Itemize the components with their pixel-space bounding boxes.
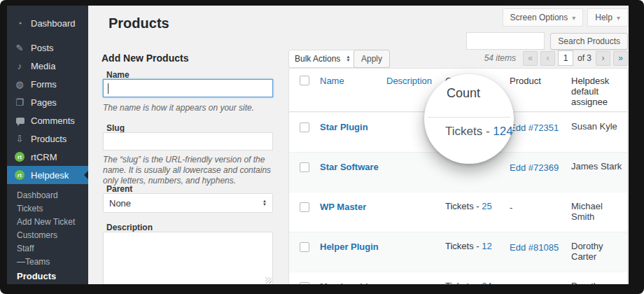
product-name-link[interactable]: Helper Plugin [320, 241, 386, 253]
submenu-item-add-new-ticket[interactable]: Add New Ticket [7, 216, 88, 229]
sidebar-item-dashboard[interactable]: ◔ Dashboard [7, 14, 88, 32]
count-cell: Tickets - 34 [445, 281, 510, 284]
prev-page-button[interactable]: ‹ [540, 51, 555, 66]
sidebar-item-label: Comments [31, 115, 75, 126]
product-cell: Edd #72351 [510, 121, 571, 134]
sidebar-item-forms[interactable]: ◍ Forms [7, 75, 88, 93]
row-checkbox[interactable] [300, 282, 309, 284]
add-new-products-heading-wrap: Add New Products [102, 52, 276, 64]
last-page-button[interactable]: » [613, 51, 628, 66]
name-field[interactable] [103, 79, 273, 97]
bulk-actions-select[interactable]: Bulk Actions ▲▼ [288, 50, 356, 68]
rtcrm-badge-icon: rt [14, 152, 25, 162]
slug-field[interactable] [103, 132, 273, 150]
magnified-ticket-count: Tickets - 124 [445, 125, 513, 139]
comments-icon [14, 115, 25, 126]
description-textarea[interactable] [103, 232, 273, 284]
tickets-count-link[interactable]: 34 [482, 281, 491, 284]
select-arrows-icon: ▲▼ [346, 55, 350, 62]
submenu-item-staff[interactable]: Staff [7, 242, 88, 255]
product-cell: - [510, 201, 571, 214]
next-page-button[interactable]: › [596, 51, 610, 66]
name-help-text: The name is how it appears on your site. [103, 103, 279, 113]
assignee-cell: Dorothy Carter [571, 281, 627, 284]
tickets-count-link[interactable]: 12 [482, 241, 491, 251]
submenu-item-dashboard[interactable]: Dashboard [7, 189, 88, 202]
sidebar-item-products[interactable]: ⇩ Products [7, 130, 88, 148]
screen-options-button[interactable]: Screen Options ▾ [503, 8, 584, 27]
helpdesk-submenu: Dashboard Tickets Add New Ticket Custome… [7, 189, 88, 284]
parent-select[interactable]: None ▲▼ [103, 193, 273, 213]
assignee-cell: Michael Smith [571, 201, 627, 222]
admin-sidebar: ◔ Dashboard ✎ Posts ♪ Media ◍ Forms ❐ Pa… [7, 6, 88, 284]
product-name-link[interactable]: Membership Add-on [320, 281, 386, 284]
assignee-cell: Susan Kyle [571, 121, 627, 132]
select-all-checkbox[interactable] [300, 76, 309, 85]
slug-help-text: The “slug” is the URL-friendly version o… [103, 155, 279, 186]
product-name-link[interactable]: WP Master [320, 201, 386, 213]
dashboard-icon: ◔ [14, 18, 25, 29]
chevron-down-icon: ▾ [617, 14, 620, 22]
count-cell: Tickets - 12 [445, 241, 510, 251]
sidebar-item-helpdesk[interactable]: rt Helpdesk [7, 166, 88, 184]
pagination: 54 items « ‹ 1 of 3 › » [484, 50, 628, 66]
product-cell: - [510, 281, 571, 284]
help-button[interactable]: Help ▾ [587, 8, 628, 27]
edd-product-link[interactable]: Edd #72351 [510, 122, 559, 133]
search-products-button[interactable]: Search Products [550, 33, 628, 50]
text-caret [108, 83, 108, 94]
sidebar-item-label: Forms [31, 79, 57, 90]
submenu-item-products[interactable]: Products [7, 269, 88, 284]
items-count: 54 items [484, 53, 516, 63]
row-checkbox[interactable] [300, 122, 309, 132]
resize-handle[interactable] [265, 277, 272, 284]
apply-button[interactable]: Apply [354, 50, 390, 68]
column-header-assignee: Helpdesk default assignee [571, 74, 627, 107]
tickets-count-link[interactable]: 25 [482, 201, 491, 211]
slug-label: Slug [106, 123, 125, 133]
column-header-name[interactable]: Name [320, 74, 386, 86]
page-title: Products [108, 15, 169, 31]
search-input[interactable] [466, 32, 545, 50]
sidebar-item-pages[interactable]: ❐ Pages [7, 93, 88, 111]
count-cell: Tickets - 25 [445, 201, 510, 211]
media-icon: ♪ [14, 61, 25, 71]
sidebar-item-label: rtCRM [31, 152, 57, 162]
sidebar-item-comments[interactable]: Comments [7, 111, 88, 130]
submenu-item-tickets[interactable]: Tickets [7, 202, 88, 216]
form-heading: Add New Products [102, 52, 276, 64]
assignee-cell: James Stark [571, 161, 627, 172]
current-page-input[interactable]: 1 [558, 50, 573, 66]
row-checkbox[interactable] [300, 202, 309, 212]
sidebar-item-rtcrm[interactable]: rt rtCRM [7, 148, 88, 166]
column-header-description[interactable]: Description [386, 74, 445, 86]
product-cell: Edd #81085 [510, 241, 571, 253]
product-name-link[interactable]: Star Software [320, 161, 386, 173]
row-checkbox[interactable] [300, 242, 309, 252]
submenu-item-customers[interactable]: Customers [7, 229, 88, 242]
chevron-down-icon: ▾ [572, 14, 575, 22]
active-item-arrow [80, 171, 88, 179]
sidebar-item-media[interactable]: ♪ Media [7, 57, 88, 75]
sidebar-item-label: Helpdesk [31, 170, 69, 181]
first-page-button[interactable]: « [523, 51, 538, 66]
table-row: WP Master Tickets - 25 - Michael Smith [289, 192, 627, 232]
download-icon: ⇩ [14, 134, 25, 144]
sidebar-item-label: Dashboard [31, 18, 76, 29]
magnified-count-header: Count [447, 86, 480, 101]
submenu-item-teams[interactable]: —Teams [7, 255, 88, 269]
sidebar-item-posts[interactable]: ✎ Posts [7, 38, 88, 57]
screen-meta-tabs: Screen Options ▾ Help ▾ [503, 8, 628, 27]
product-name-link[interactable]: Star Plugin [320, 121, 386, 133]
posts-icon: ✎ [14, 43, 25, 53]
sidebar-item-label: Media [31, 61, 55, 71]
name-label: Name [106, 70, 130, 80]
edd-product-link[interactable]: Edd #72369 [510, 162, 559, 173]
sidebar-item-label: Pages [31, 97, 57, 108]
sidebar-item-label: Products [31, 134, 66, 144]
select-arrows-icon: ▲▼ [262, 200, 267, 206]
row-checkbox[interactable] [300, 162, 309, 172]
screenshot-stage: ◔ Dashboard ✎ Posts ♪ Media ◍ Forms ❐ Pa… [0, 0, 644, 294]
edd-product-link[interactable]: Edd #81085 [510, 242, 559, 253]
helpdesk-badge-icon: rt [14, 170, 25, 180]
